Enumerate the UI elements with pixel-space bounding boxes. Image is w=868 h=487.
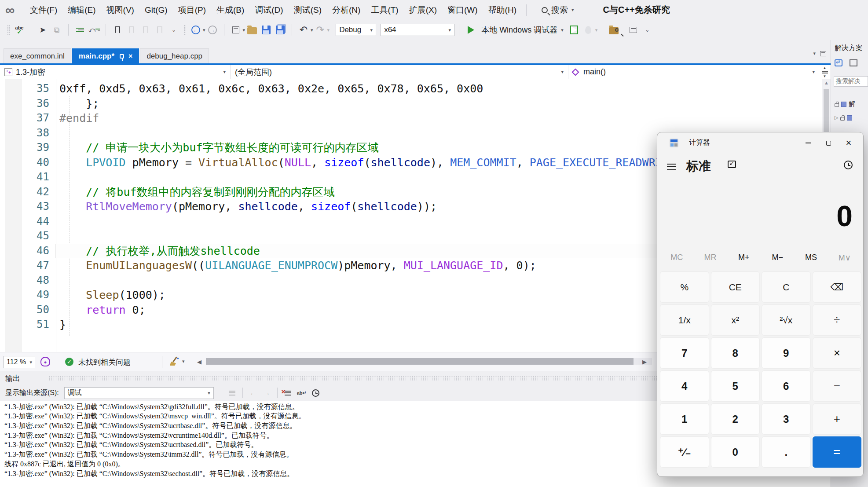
chevron-down-icon[interactable]: ▾ xyxy=(203,27,205,33)
calc-key-square-root[interactable]: ²√x xyxy=(762,304,811,336)
float-window-icon[interactable] xyxy=(820,51,826,56)
start-debugging-label[interactable]: 本地 Windows 调试器 xyxy=(481,25,557,35)
menu-item[interactable]: 分析(N) xyxy=(327,3,366,18)
horizontal-scrollbar[interactable] xyxy=(206,358,652,365)
calc-key-negate[interactable]: ⁺∕₋ xyxy=(660,436,709,468)
document-tab[interactable]: main.cpp*× xyxy=(72,48,139,63)
keep-on-top-icon[interactable] xyxy=(728,161,736,168)
toolbar-overflow-icon[interactable]: ⌄ xyxy=(168,24,180,36)
document-tab[interactable]: exe_common.inl xyxy=(4,48,71,63)
calc-key-three[interactable]: 3 xyxy=(762,403,811,435)
output-source-combo[interactable]: 调试 ▾ xyxy=(64,387,214,399)
output-goto-icon[interactable] xyxy=(227,388,238,398)
navigate-back-icon[interactable]: ← xyxy=(190,24,202,36)
calc-key-two[interactable]: 2 xyxy=(711,403,760,435)
solution-tree-row[interactable]: ▷ xyxy=(835,115,852,121)
calc-key-seven[interactable]: 7 xyxy=(660,337,709,369)
menu-item[interactable]: 调试(D) xyxy=(249,3,288,18)
navigate-backward-pointer-icon[interactable]: ➤ xyxy=(37,24,49,36)
menu-item[interactable]: 项目(P) xyxy=(173,3,211,18)
calc-key-equals[interactable]: = xyxy=(813,436,862,468)
save-all-icon[interactable] xyxy=(274,24,286,36)
horizontal-scroll-thumb[interactable] xyxy=(206,358,634,365)
calc-key-reciprocal[interactable]: 1/x xyxy=(660,304,709,336)
calc-key-zero[interactable]: 0 xyxy=(711,436,760,468)
memory-button[interactable]: M+ xyxy=(727,250,761,265)
calc-key-divide[interactable]: ÷ xyxy=(813,304,862,336)
memory-button[interactable]: M− xyxy=(761,250,794,265)
tab-list-chevron-icon[interactable]: ▾ xyxy=(813,51,816,56)
calc-key-eight[interactable]: 8 xyxy=(711,337,760,369)
calc-key-add[interactable]: + xyxy=(813,403,862,435)
new-project-icon[interactable] xyxy=(230,24,242,36)
chevron-down-icon[interactable]: ▾ xyxy=(571,7,574,13)
toolbar-grip[interactable] xyxy=(7,25,10,35)
undo-icon[interactable]: ↶ xyxy=(297,24,310,36)
calc-key-five[interactable]: 5 xyxy=(711,370,760,402)
profiler-flame-icon[interactable] xyxy=(582,24,594,36)
navigate-forward-icon[interactable]: → xyxy=(206,24,219,36)
scroll-right-icon[interactable]: ▶ xyxy=(642,359,647,365)
calc-key-six[interactable]: 6 xyxy=(762,370,811,402)
chevron-down-icon[interactable]: ▾ xyxy=(311,27,313,33)
menu-item[interactable]: 文件(F) xyxy=(25,3,62,18)
document-tab[interactable]: debug_heap.cpp xyxy=(140,48,209,63)
sync-with-active-document-icon[interactable] xyxy=(835,59,842,66)
code-line[interactable]: 350xff, 0xd5, 0x63, 0x61, 0x6c, 0x63, 0x… xyxy=(0,81,831,96)
close-button[interactable]: × xyxy=(839,132,859,154)
calculator-titlebar[interactable]: 计算器 × xyxy=(657,132,863,154)
menu-item[interactable]: 测试(S) xyxy=(289,3,327,18)
calc-key-multiply[interactable]: × xyxy=(813,337,862,369)
code-cleanup-broom-icon[interactable]: ✦ xyxy=(169,356,179,367)
menu-item[interactable]: 编辑(E) xyxy=(62,3,101,18)
calc-key-decimal[interactable]: . xyxy=(762,436,811,468)
spell-check-icon[interactable]: abc✓ xyxy=(13,24,26,36)
menu-item[interactable]: 生成(B) xyxy=(211,3,249,18)
calc-key-nine[interactable]: 9 xyxy=(762,337,811,369)
start-debugging-icon[interactable] xyxy=(465,24,477,36)
menu-item[interactable]: 工具(T) xyxy=(366,3,403,18)
scroll-left-icon[interactable]: ◀ xyxy=(197,359,201,365)
code-health-icon[interactable]: ● xyxy=(40,357,50,366)
calc-key-one[interactable]: 1 xyxy=(660,403,709,435)
code-line[interactable]: 37#endif xyxy=(0,111,831,126)
calc-key-clear-entry[interactable]: CE xyxy=(711,271,760,303)
split-editor-handle[interactable]: ▲▼ xyxy=(819,65,830,79)
zoom-level-combo[interactable]: 112 % ▾ xyxy=(4,356,35,368)
history-icon[interactable] xyxy=(844,161,853,169)
solution-platform-combo[interactable]: x64 ▾ xyxy=(381,24,454,36)
pin-tab-icon[interactable] xyxy=(120,54,124,59)
chevron-down-icon[interactable]: ▾ xyxy=(561,27,564,33)
copy-icon[interactable]: ⧉ xyxy=(51,24,63,36)
scope-dropdown[interactable]: (全局范围) ▾ xyxy=(231,65,568,79)
solution-explorer-home-icon[interactable] xyxy=(627,24,639,36)
open-folder-icon[interactable] xyxy=(246,24,258,36)
titlebar-search[interactable]: 搜索 ▾ xyxy=(542,4,574,16)
redo-icon[interactable]: ↷ xyxy=(314,24,326,36)
minimize-button[interactable] xyxy=(798,132,818,154)
member-dropdown[interactable]: main() ▾ xyxy=(568,65,819,79)
chevron-down-icon[interactable]: ▾ xyxy=(182,359,185,364)
word-wrap-icon[interactable]: ab↵ xyxy=(296,388,308,398)
previous-bookmark-icon[interactable] xyxy=(125,24,138,36)
maximize-button[interactable] xyxy=(818,132,839,154)
menu-item[interactable]: Git(G) xyxy=(139,4,173,17)
menu-item[interactable]: 扩展(X) xyxy=(404,3,442,18)
memory-button[interactable]: MS xyxy=(794,250,828,265)
next-message-icon[interactable]: → xyxy=(261,388,273,398)
menu-item[interactable]: 视图(V) xyxy=(101,3,139,18)
toolbar-grip[interactable] xyxy=(183,25,186,35)
timestamp-clock-icon[interactable] xyxy=(310,388,322,398)
previous-message-icon[interactable]: ← xyxy=(247,388,259,398)
chevron-down-icon[interactable]: ▾ xyxy=(243,27,245,33)
project-dropdown[interactable]: ⁺₊ 1.3-加密 ▾ xyxy=(0,65,231,79)
next-bookmark-icon[interactable] xyxy=(139,24,152,36)
indent-lines-icon[interactable] xyxy=(74,24,86,36)
unindent-lines-icon[interactable]: ⤺ xyxy=(88,24,100,36)
expand-arrow-icon[interactable]: ▷ xyxy=(835,115,838,121)
save-icon[interactable] xyxy=(260,24,272,36)
clear-all-icon[interactable]: ✕ xyxy=(282,388,293,398)
clear-bookmarks-icon[interactable] xyxy=(154,24,166,36)
solution-search-input[interactable]: 搜索解决 xyxy=(834,76,868,87)
toolbar-overflow-icon[interactable]: ⌄ xyxy=(641,24,653,36)
